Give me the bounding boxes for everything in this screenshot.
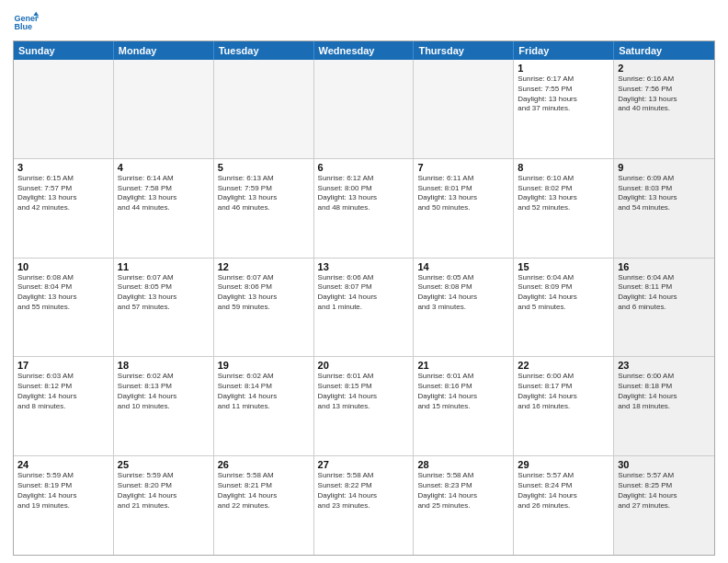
cal-cell-0-1 — [114, 60, 214, 158]
day-number: 21 — [417, 360, 509, 371]
page: General Blue SundayMondayTuesdayWednesda… — [0, 0, 728, 563]
day-number: 27 — [318, 459, 410, 470]
cal-cell-0-6: 2Sunrise: 6:16 AM Sunset: 7:56 PM Daylig… — [614, 60, 714, 158]
cal-cell-2-0: 10Sunrise: 6:08 AM Sunset: 8:04 PM Dayli… — [14, 259, 114, 357]
cal-cell-0-5: 1Sunrise: 6:17 AM Sunset: 7:55 PM Daylig… — [514, 60, 614, 158]
calendar-row-3: 17Sunrise: 6:03 AM Sunset: 8:12 PM Dayli… — [14, 356, 714, 455]
cell-info: Sunrise: 5:57 AM Sunset: 8:25 PM Dayligh… — [618, 471, 711, 511]
cal-cell-1-3: 6Sunrise: 6:12 AM Sunset: 8:00 PM Daylig… — [314, 159, 415, 258]
cell-info: Sunrise: 6:17 AM Sunset: 7:55 PM Dayligh… — [518, 75, 609, 114]
cell-info: Sunrise: 6:05 AM Sunset: 8:08 PM Dayligh… — [417, 273, 509, 313]
day-number: 15 — [518, 261, 609, 272]
cell-info: Sunrise: 6:02 AM Sunset: 8:13 PM Dayligh… — [118, 372, 210, 411]
day-number: 8 — [518, 162, 609, 173]
cal-cell-3-1: 18Sunrise: 6:02 AM Sunset: 8:13 PM Dayli… — [114, 357, 214, 455]
cal-cell-1-6: 9Sunrise: 6:09 AM Sunset: 8:03 PM Daylig… — [614, 159, 714, 258]
calendar-body: 1Sunrise: 6:17 AM Sunset: 7:55 PM Daylig… — [14, 60, 714, 555]
cell-info: Sunrise: 6:10 AM Sunset: 8:02 PM Dayligh… — [518, 174, 609, 213]
cell-info: Sunrise: 6:08 AM Sunset: 8:04 PM Dayligh… — [17, 273, 109, 313]
cal-cell-3-3: 20Sunrise: 6:01 AM Sunset: 8:15 PM Dayli… — [314, 357, 415, 455]
cell-info: Sunrise: 5:58 AM Sunset: 8:22 PM Dayligh… — [318, 471, 410, 511]
header-day-thursday: Thursday — [414, 41, 514, 60]
day-number: 2 — [618, 63, 711, 74]
cell-info: Sunrise: 6:12 AM Sunset: 8:00 PM Dayligh… — [318, 174, 410, 213]
cell-info: Sunrise: 5:59 AM Sunset: 8:20 PM Dayligh… — [118, 471, 210, 511]
day-number: 17 — [17, 360, 109, 371]
header: General Blue — [13, 9, 715, 35]
cal-cell-3-0: 17Sunrise: 6:03 AM Sunset: 8:12 PM Dayli… — [14, 357, 114, 455]
day-number: 19 — [218, 360, 310, 371]
day-number: 3 — [17, 162, 109, 173]
day-number: 18 — [118, 360, 210, 371]
day-number: 25 — [118, 459, 210, 470]
cal-cell-0-2 — [214, 60, 314, 158]
calendar-row-0: 1Sunrise: 6:17 AM Sunset: 7:55 PM Daylig… — [14, 60, 714, 158]
cell-info: Sunrise: 6:03 AM Sunset: 8:12 PM Dayligh… — [17, 372, 109, 411]
cal-cell-4-1: 25Sunrise: 5:59 AM Sunset: 8:20 PM Dayli… — [114, 456, 214, 555]
day-number: 5 — [218, 162, 310, 173]
cal-cell-2-6: 16Sunrise: 6:04 AM Sunset: 8:11 PM Dayli… — [614, 259, 714, 357]
cal-cell-4-5: 29Sunrise: 5:57 AM Sunset: 8:24 PM Dayli… — [514, 456, 614, 555]
cal-cell-1-1: 4Sunrise: 6:14 AM Sunset: 7:58 PM Daylig… — [114, 159, 214, 258]
day-number: 24 — [17, 459, 109, 470]
header-day-saturday: Saturday — [614, 41, 714, 60]
cell-info: Sunrise: 6:01 AM Sunset: 8:15 PM Dayligh… — [318, 372, 410, 411]
cell-info: Sunrise: 6:13 AM Sunset: 7:59 PM Dayligh… — [218, 174, 310, 213]
svg-text:Blue: Blue — [14, 22, 32, 31]
cell-info: Sunrise: 6:15 AM Sunset: 7:57 PM Dayligh… — [17, 174, 109, 213]
calendar-row-2: 10Sunrise: 6:08 AM Sunset: 8:04 PM Dayli… — [14, 258, 714, 357]
cal-cell-1-0: 3Sunrise: 6:15 AM Sunset: 7:57 PM Daylig… — [14, 159, 114, 258]
calendar: SundayMondayTuesdayWednesdayThursdayFrid… — [13, 40, 715, 556]
cal-cell-3-2: 19Sunrise: 6:02 AM Sunset: 8:14 PM Dayli… — [214, 357, 314, 455]
calendar-header: SundayMondayTuesdayWednesdayThursdayFrid… — [14, 41, 714, 60]
cal-cell-2-1: 11Sunrise: 6:07 AM Sunset: 8:05 PM Dayli… — [114, 259, 214, 357]
day-number: 13 — [318, 261, 410, 272]
calendar-row-4: 24Sunrise: 5:59 AM Sunset: 8:19 PM Dayli… — [14, 455, 714, 555]
day-number: 23 — [618, 360, 711, 371]
day-number: 28 — [417, 459, 509, 470]
cal-cell-4-4: 28Sunrise: 5:58 AM Sunset: 8:23 PM Dayli… — [414, 456, 514, 555]
cal-cell-2-5: 15Sunrise: 6:04 AM Sunset: 8:09 PM Dayli… — [514, 259, 614, 357]
cal-cell-2-3: 13Sunrise: 6:06 AM Sunset: 8:07 PM Dayli… — [314, 259, 415, 357]
calendar-row-1: 3Sunrise: 6:15 AM Sunset: 7:57 PM Daylig… — [14, 158, 714, 258]
header-day-sunday: Sunday — [14, 41, 114, 60]
day-number: 22 — [518, 360, 609, 371]
cell-info: Sunrise: 6:00 AM Sunset: 8:17 PM Dayligh… — [518, 372, 609, 411]
cal-cell-2-2: 12Sunrise: 6:07 AM Sunset: 8:06 PM Dayli… — [214, 259, 314, 357]
cell-info: Sunrise: 5:57 AM Sunset: 8:24 PM Dayligh… — [518, 471, 609, 511]
cal-cell-0-0 — [14, 60, 114, 158]
cell-info: Sunrise: 6:04 AM Sunset: 8:11 PM Dayligh… — [618, 273, 711, 313]
cal-cell-3-4: 21Sunrise: 6:01 AM Sunset: 8:16 PM Dayli… — [414, 357, 514, 455]
cell-info: Sunrise: 6:00 AM Sunset: 8:18 PM Dayligh… — [618, 372, 711, 411]
cell-info: Sunrise: 6:06 AM Sunset: 8:07 PM Dayligh… — [318, 273, 410, 313]
day-number: 4 — [118, 162, 210, 173]
logo: General Blue — [13, 9, 40, 35]
cell-info: Sunrise: 6:01 AM Sunset: 8:16 PM Dayligh… — [417, 372, 509, 411]
cal-cell-1-2: 5Sunrise: 6:13 AM Sunset: 7:59 PM Daylig… — [214, 159, 314, 258]
cell-info: Sunrise: 5:59 AM Sunset: 8:19 PM Dayligh… — [17, 471, 109, 511]
cell-info: Sunrise: 6:16 AM Sunset: 7:56 PM Dayligh… — [618, 75, 711, 114]
cal-cell-1-5: 8Sunrise: 6:10 AM Sunset: 8:02 PM Daylig… — [514, 159, 614, 258]
cell-info: Sunrise: 5:58 AM Sunset: 8:23 PM Dayligh… — [417, 471, 509, 511]
logo-icon: General Blue — [13, 9, 39, 35]
cell-info: Sunrise: 6:04 AM Sunset: 8:09 PM Dayligh… — [518, 273, 609, 313]
cal-cell-4-6: 30Sunrise: 5:57 AM Sunset: 8:25 PM Dayli… — [614, 456, 714, 555]
cell-info: Sunrise: 6:07 AM Sunset: 8:06 PM Dayligh… — [218, 273, 310, 313]
cal-cell-4-3: 27Sunrise: 5:58 AM Sunset: 8:22 PM Dayli… — [314, 456, 415, 555]
day-number: 16 — [618, 261, 711, 272]
day-number: 7 — [417, 162, 509, 173]
header-day-friday: Friday — [514, 41, 614, 60]
day-number: 26 — [218, 459, 310, 470]
cell-info: Sunrise: 6:14 AM Sunset: 7:58 PM Dayligh… — [118, 174, 210, 213]
header-day-tuesday: Tuesday — [214, 41, 314, 60]
cal-cell-4-2: 26Sunrise: 5:58 AM Sunset: 8:21 PM Dayli… — [214, 456, 314, 555]
header-day-monday: Monday — [114, 41, 214, 60]
day-number: 29 — [518, 459, 609, 470]
day-number: 1 — [518, 63, 609, 74]
cal-cell-3-5: 22Sunrise: 6:00 AM Sunset: 8:17 PM Dayli… — [514, 357, 614, 455]
cal-cell-0-4 — [414, 60, 514, 158]
day-number: 6 — [318, 162, 410, 173]
cal-cell-4-0: 24Sunrise: 5:59 AM Sunset: 8:19 PM Dayli… — [14, 456, 114, 555]
day-number: 20 — [318, 360, 410, 371]
day-number: 12 — [218, 261, 310, 272]
